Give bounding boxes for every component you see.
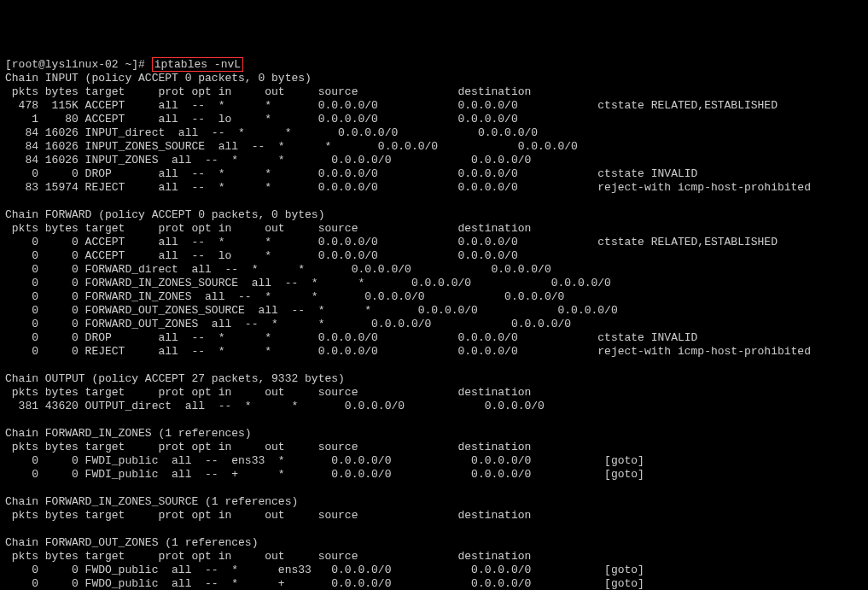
prompt: [root@lyslinux-02 ~]#: [5, 58, 152, 71]
command-highlight: iptables -nvL: [152, 57, 243, 72]
terminal[interactable]: [root@lyslinux-02 ~]# iptables -nvL Chai…: [5, 58, 863, 590]
terminal-output: Chain INPUT (policy ACCEPT 0 packets, 0 …: [5, 72, 811, 590]
